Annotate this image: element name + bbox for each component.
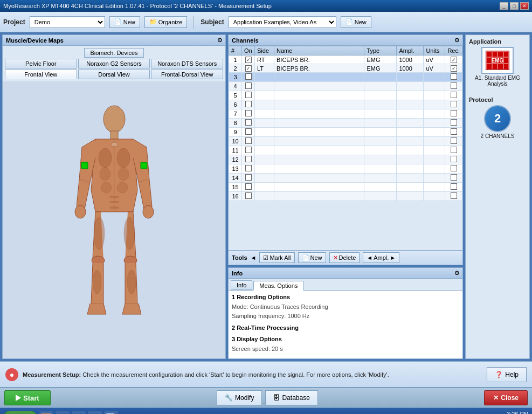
- cell-on[interactable]: [242, 137, 255, 146]
- cell-rec[interactable]: [445, 100, 462, 109]
- cell-on[interactable]: [242, 155, 255, 164]
- dorsal-view-tab[interactable]: Dorsal View: [78, 70, 150, 79]
- table-row[interactable]: 12: [229, 155, 462, 164]
- cell-on[interactable]: [242, 183, 255, 192]
- subject-combo[interactable]: Application Examples, Video As: [229, 16, 336, 28]
- cell-rec[interactable]: [445, 192, 462, 201]
- on-checkbox[interactable]: [245, 137, 252, 144]
- taskbar-icon-1[interactable]: 🪟: [39, 411, 53, 415]
- table-row[interactable]: 5: [229, 91, 462, 100]
- on-checkbox[interactable]: [245, 101, 252, 107]
- table-row[interactable]: 13: [229, 164, 462, 174]
- table-row[interactable]: 3: [229, 73, 462, 82]
- table-row[interactable]: 4: [229, 82, 462, 91]
- database-button[interactable]: 🗄 Database: [265, 390, 317, 405]
- table-row[interactable]: 14: [229, 174, 462, 183]
- cell-on[interactable]: [242, 174, 255, 183]
- help-button-status[interactable]: ❓ Help: [487, 367, 527, 382]
- rec-checkbox[interactable]: [451, 174, 457, 181]
- cell-on[interactable]: [242, 146, 255, 155]
- mark-all-button[interactable]: ☑ Mark All: [259, 252, 294, 263]
- channels-collapse-icon[interactable]: ⊙: [454, 37, 459, 44]
- cell-rec[interactable]: [445, 164, 462, 174]
- on-checkbox[interactable]: [245, 73, 252, 80]
- cell-on[interactable]: [242, 100, 255, 109]
- info-collapse-icon[interactable]: ⊙: [454, 270, 459, 277]
- maps-collapse-icon[interactable]: ⊙: [217, 37, 222, 44]
- cell-on[interactable]: [242, 82, 255, 91]
- on-checkbox[interactable]: [245, 57, 252, 63]
- cell-rec[interactable]: [445, 64, 462, 73]
- frontal-view-tab[interactable]: Frontal View: [5, 70, 77, 79]
- titlebar-close-button[interactable]: ✕: [520, 2, 529, 10]
- table-row[interactable]: 2 LT BICEPS BR. EMG 1000 uV: [229, 64, 462, 73]
- project-combo[interactable]: Demo: [30, 16, 105, 28]
- on-checkbox[interactable]: [245, 183, 252, 190]
- rec-checkbox[interactable]: [451, 119, 457, 126]
- on-checkbox[interactable]: [245, 92, 252, 98]
- cell-rec[interactable]: [445, 174, 462, 183]
- rec-checkbox[interactable]: [451, 57, 457, 63]
- rec-checkbox[interactable]: [451, 137, 457, 144]
- cell-rec[interactable]: [445, 109, 462, 119]
- on-checkbox[interactable]: [245, 192, 252, 199]
- rec-checkbox[interactable]: [451, 128, 457, 135]
- on-checkbox[interactable]: [245, 174, 252, 181]
- cell-rec[interactable]: [445, 183, 462, 192]
- biomech-devices-tab[interactable]: Biomech. Devices: [84, 48, 143, 58]
- on-checkbox[interactable]: [245, 119, 252, 126]
- rec-checkbox[interactable]: [451, 156, 457, 162]
- table-row[interactable]: 10: [229, 137, 462, 146]
- cell-rec[interactable]: [445, 137, 462, 146]
- on-checkbox[interactable]: [245, 156, 252, 162]
- delete-channel-button[interactable]: ✕ Delete: [329, 252, 360, 263]
- restore-button[interactable]: □: [510, 2, 519, 10]
- table-row[interactable]: 1 RT BICEPS BR. EMG 1000 uV: [229, 56, 462, 64]
- start-button[interactable]: Start: [4, 390, 51, 405]
- rec-checkbox[interactable]: [451, 92, 457, 98]
- cell-rec[interactable]: [445, 91, 462, 100]
- frontal-dorsal-tab[interactable]: Frontal-Dorsal View: [151, 70, 223, 79]
- channels-table[interactable]: # On Side Name Type Ampl. Units Rec. 1: [229, 46, 462, 250]
- cell-on[interactable]: [242, 164, 255, 174]
- on-checkbox[interactable]: [245, 165, 252, 171]
- rec-checkbox[interactable]: [451, 73, 457, 80]
- rec-checkbox[interactable]: [451, 147, 457, 153]
- cell-rec[interactable]: [445, 82, 462, 91]
- minimize-button[interactable]: _: [500, 2, 508, 10]
- table-row[interactable]: 16: [229, 192, 462, 201]
- cell-rec[interactable]: [445, 155, 462, 164]
- noraxon-dts-tab[interactable]: Noraxon DTS Sensors: [151, 59, 223, 68]
- table-row[interactable]: 7: [229, 109, 462, 119]
- close-button[interactable]: ✕ Close: [484, 390, 528, 405]
- new-project-button[interactable]: 📄 New: [109, 16, 140, 28]
- on-checkbox[interactable]: [245, 128, 252, 135]
- rec-checkbox[interactable]: [451, 165, 457, 171]
- cell-on[interactable]: [242, 91, 255, 100]
- rec-checkbox[interactable]: [451, 65, 457, 72]
- on-checkbox[interactable]: [245, 110, 252, 116]
- cell-rec[interactable]: [445, 73, 462, 82]
- on-checkbox[interactable]: [245, 65, 252, 72]
- noraxon-g2-tab[interactable]: Noraxon G2 Sensors: [78, 59, 150, 68]
- modify-button[interactable]: 🔧 Modify: [217, 390, 262, 405]
- info-tab-meas-options[interactable]: Meas. Options: [253, 281, 303, 291]
- cell-on[interactable]: [242, 119, 255, 128]
- cell-on[interactable]: [242, 109, 255, 119]
- cell-on[interactable]: [242, 56, 255, 64]
- rec-checkbox[interactable]: [451, 192, 457, 199]
- ampl-button[interactable]: ◄ Ampl. ►: [363, 252, 399, 263]
- table-row[interactable]: 15: [229, 183, 462, 192]
- rec-checkbox[interactable]: [451, 101, 457, 107]
- taskbar-icon-5[interactable]: 📝: [104, 411, 118, 415]
- taskbar-icon-2[interactable]: 🦊: [56, 411, 70, 415]
- table-row[interactable]: 11: [229, 146, 462, 155]
- rec-checkbox[interactable]: [451, 183, 457, 190]
- protocol-number[interactable]: 2: [484, 105, 511, 132]
- on-checkbox[interactable]: [245, 82, 252, 89]
- cell-rec[interactable]: [445, 56, 462, 64]
- table-row[interactable]: 8: [229, 119, 462, 128]
- organize-button[interactable]: 📁 Organize: [144, 16, 188, 28]
- new-subject-button[interactable]: 📄 New: [341, 16, 371, 28]
- pelvic-floor-tab[interactable]: Pelvic Floor: [5, 59, 77, 68]
